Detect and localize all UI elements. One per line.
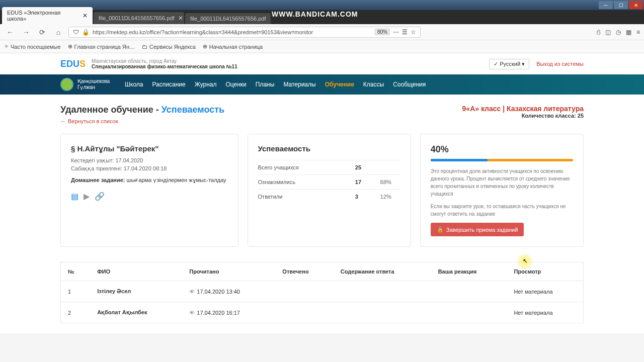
account-icon[interactable]: ◷ <box>616 29 621 36</box>
table-header: Прочитано <box>182 262 275 281</box>
back-button[interactable]: ← <box>4 26 16 38</box>
school-name: Специализированная физико-математическая… <box>92 64 237 69</box>
browser-tab[interactable]: file_00011DL64156557656.pdf <box>185 13 271 24</box>
progress-card: 40% Это процентная доля активности учащи… <box>420 134 584 247</box>
table-header: Ваша реакция <box>431 262 507 281</box>
progress-pct: 40% <box>431 144 573 155</box>
star-icon: ✧ <box>4 43 9 50</box>
globe-icon: ⊕ <box>68 43 72 50</box>
stat-row: Ознакомились1768% <box>258 174 400 189</box>
shield-icon: 🛡 <box>73 29 79 36</box>
addon-icon[interactable]: ▦ <box>626 29 631 36</box>
home-button[interactable]: ⌂ <box>52 26 64 38</box>
globe-icon: ⊕ <box>203 43 207 50</box>
close-lesson-button[interactable]: 🔒Завершить приема заданий <box>431 223 524 236</box>
language-select[interactable]: ✓ Русский ▾ <box>489 59 529 69</box>
navbar: ҚанқошековаГүлжан ШколаРасписаниеЖурналО… <box>0 74 644 95</box>
table-header: Отвечено <box>275 262 333 281</box>
url-text: https://mektep.edu.kz/office/?action=lea… <box>93 29 372 35</box>
browser-toolbar: ← → ⟳ ⌂ 🛡 🔒 https://mektep.edu.kz/office… <box>0 24 644 40</box>
lock-icon: 🔒 <box>437 226 444 233</box>
nav-link[interactable]: Сообщения <box>393 81 426 88</box>
window-minimize[interactable]: ─ <box>599 1 613 9</box>
students-table: №ФИОПрочитаноОтвеченоСодержание ответаВа… <box>60 262 584 323</box>
library-icon[interactable]: ⎙ <box>597 29 600 36</box>
table-header: Содержание ответа <box>334 262 431 281</box>
sidebar-icon[interactable]: ◫ <box>605 29 611 36</box>
user-badge[interactable]: ҚанқошековаГүлжан <box>60 78 110 91</box>
lesson-registered: Сабаққа тіркелгені: 17.04.2020 08:18 <box>71 165 228 172</box>
window-titlebar: ─ ☐ ✕ <box>0 0 644 10</box>
nav-link[interactable]: Расписание <box>152 81 186 88</box>
lesson-title: § Н.Айтұлы "Бәйтерек" <box>71 144 228 153</box>
tab-title: EDUS «Электронная школа» <box>7 10 78 22</box>
folder-icon: 🗀 <box>142 44 147 50</box>
browser-tab[interactable]: EDUS «Электронная школа» ✕ <box>2 7 93 24</box>
bookmarks-bar: ✧Часто посещаемые ⊕Главная страница Ян… … <box>0 40 644 53</box>
bookmark-item[interactable]: ✧Часто посещаемые <box>4 43 61 50</box>
bookmark-star-icon[interactable]: ☆ <box>411 29 416 36</box>
site-header: EDUS Мангистауская область, город Актау … <box>60 53 584 74</box>
region-label: Мангистауская область, город Актау <box>92 58 237 64</box>
class-count: Количество класса: 25 <box>462 113 584 119</box>
table-row: 1Ізтілеу Әсел👁17.04.2020 13:40Нет матери… <box>61 281 584 302</box>
stat-row: Всего учащихся25 <box>258 160 400 174</box>
video-icon[interactable]: ▶ <box>84 192 90 201</box>
browser-tab[interactable]: file_00011DL64156557656.pdf ✕ <box>94 12 184 24</box>
homework: Домашнее задание: шығарма үзінділермен ж… <box>71 177 228 184</box>
back-link[interactable]: ← Вернуться в список <box>60 118 118 124</box>
close-icon[interactable]: ✕ <box>83 12 88 19</box>
class-info: 9«А» класс | Казахская литература <box>462 105 584 113</box>
link-icon[interactable]: 🔗 <box>95 192 105 201</box>
progress-bar <box>431 159 573 161</box>
nav-links: ШколаРасписаниеЖурналОценкиПланыМатериал… <box>125 81 426 88</box>
watermark: WWW.BANDICAM.COM <box>272 10 358 18</box>
stats-title: Успеваемость <box>258 144 400 153</box>
bookmark-item[interactable]: ⊕Главная страница Ян… <box>68 43 135 50</box>
url-bar[interactable]: 🛡 🔒 https://mektep.edu.kz/office/?action… <box>68 27 421 38</box>
window-maximize[interactable]: ☐ <box>614 1 628 9</box>
menu-icon[interactable]: ≡ <box>636 29 640 36</box>
stats-card: Успеваемость Всего учащихся25Ознакомилис… <box>248 134 411 247</box>
close-icon[interactable]: ✕ <box>178 15 183 22</box>
lock-icon: 🔒 <box>82 29 90 36</box>
window-close[interactable]: ✕ <box>629 1 643 9</box>
table-header: Просмотр <box>507 262 583 281</box>
logo[interactable]: EDUS <box>60 59 86 69</box>
zoom-level[interactable]: 80% <box>375 29 390 35</box>
reload-button[interactable]: ⟳ <box>36 26 48 38</box>
bookmark-item[interactable]: ⊕Начальная страница <box>203 43 263 50</box>
forward-button[interactable]: → <box>20 26 32 38</box>
logout-link[interactable]: Выход из системы <box>536 61 584 67</box>
table-header: № <box>61 262 91 281</box>
document-icon[interactable]: ▤ <box>71 192 78 201</box>
reader-icon[interactable]: ☰ <box>402 29 408 36</box>
tab-title: file_00011DL64156557656.pdf <box>99 15 174 21</box>
nav-link[interactable]: Школа <box>125 81 143 88</box>
nav-link[interactable]: Обучение <box>325 81 354 88</box>
tab-title: file_00011DL64156557656.pdf <box>190 16 266 22</box>
nav-link[interactable]: Классы <box>363 81 384 88</box>
nav-link[interactable]: Оценки <box>225 81 246 88</box>
table-row: 2Ақболат Ақылбек👁17.04.2020 16:17Нет мат… <box>61 302 584 323</box>
bookmark-item[interactable]: 🗀Сервисы Яндекса <box>142 44 196 50</box>
avatar <box>60 78 73 91</box>
lesson-card: § Н.Айтұлы "Бәйтерек" Кестедегі уақыт: 1… <box>60 134 238 247</box>
more-icon[interactable]: ⋯ <box>393 29 399 36</box>
progress-desc: Это процентная доля активности учащихся … <box>431 167 573 198</box>
nav-link[interactable]: Планы <box>256 81 275 88</box>
nav-link[interactable]: Журнал <box>195 81 217 88</box>
progress-desc2: Если вы закроете урок, то оставшаяся час… <box>431 203 573 218</box>
nav-link[interactable]: Материалы <box>283 81 315 88</box>
table-header: ФИО <box>90 262 182 281</box>
lesson-time: Кестедегі уақыт: 17.04.2020 <box>71 157 228 164</box>
stat-row: Ответили312% <box>258 189 400 204</box>
